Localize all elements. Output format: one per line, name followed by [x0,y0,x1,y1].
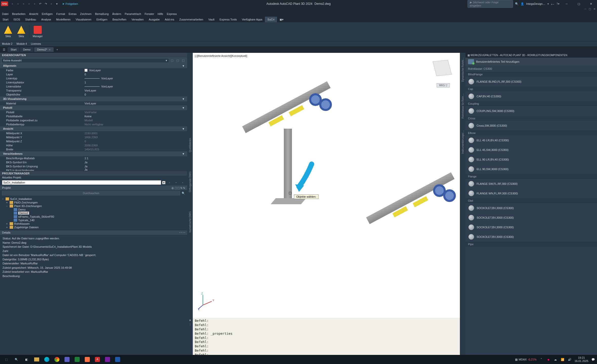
palette-item[interactable]: ELL 90,SW,3000 (CS300) [465,164,597,174]
help-search-input[interactable]: ▶Stichwort oder Frage eingeben [467,0,513,8]
menu-express[interactable]: Express [167,12,177,15]
tray-notifications-icon[interactable]: 💬 [591,357,595,362]
pm-toolbar-icon-1[interactable]: ▫ [167,180,172,185]
menu-bearbeiten[interactable]: Bearbeiten [12,12,26,15]
mdax-widget[interactable]: ▥ MDAX -0,21% [515,358,537,361]
selectobj-icon[interactable]: ⬚ [175,58,180,63]
palette-item[interactable]: SOCKOLET,BV,3000 (CS300) [465,232,597,242]
tab-express[interactable]: Express Tools [217,17,239,22]
tab-modellieren[interactable]: Modellieren [54,17,73,22]
palette-item[interactable]: SOCKOLET,BV,3000 (CS300) [465,203,597,213]
tree-demo[interactable]: Demo [2,208,185,211]
prop-linienstaerke[interactable]: VonLayer [84,85,187,88]
quickselect-icon[interactable]: ⬚ [169,58,175,63]
tree-demo2[interactable]: Demo2 [2,211,185,215]
maximize-button[interactable]: ▢ [574,0,584,7]
qat-saveas-icon[interactable]: ▫ [27,1,32,6]
tree-zugehoerige[interactable]: +Zugehörige Dateien [2,225,185,229]
ucs-icon[interactable]: Z Y X [198,292,216,310]
tray-onedrive-icon[interactable]: ☁ [553,357,558,362]
section-ansicht[interactable]: Ansicht▾ [0,126,187,131]
sikla-button-2[interactable]: Sikla [15,24,27,39]
details-toolbar[interactable]: ▫ ▫ ▫ ▫ [179,231,185,234]
task-chrome-icon[interactable] [52,356,62,363]
palette-item[interactable]: FLANGE SW,FL,RF,300 (CS300) [465,179,597,189]
tree-rohrklassen[interactable]: +Rohrklassen [2,222,185,225]
close-icon[interactable]: ✕ [49,48,51,51]
palette-item[interactable]: FLANGE WN,FL,RF,300 (CS300) [465,189,597,198]
hamburger-icon[interactable]: ☰ [1,47,7,52]
qat-redo-icon[interactable]: ↷ [43,1,48,6]
tab-zusammen[interactable]: Zusammenarbeiten [177,17,206,22]
prop-bks-ein[interactable]: Ja [84,161,187,164]
section-3d[interactable]: 3D-Visualisierung▾ [0,97,187,101]
palette-item[interactable]: ELL 45 LR,BV,40 (CS300) [465,135,597,145]
palette-item[interactable]: COUPLING,SW,3000 (CS300) [465,106,597,116]
prop-plotstiltabelle[interactable]: Keine [84,115,187,118]
pal-vtab-3[interactable]: Instrumentierungsr… [461,128,465,156]
share-button[interactable]: ➤ Freigeben [62,2,78,6]
palette-item[interactable]: Cross,SW,3000 (CS300) [465,121,597,130]
tab-start[interactable]: Start [0,17,11,22]
qat-open-icon[interactable]: ▫ [15,1,20,6]
prop-farbe[interactable]: VonLayer [84,69,187,72]
doc-close-icon[interactable]: ✕ [593,8,595,11]
cmd-handle-icon[interactable]: ⋮ [189,323,191,326]
section-plotstil[interactable]: Plotstil▾ [0,105,187,110]
tab-isos[interactable]: ISOS [11,17,23,22]
prop-massstab[interactable]: 1:1 [84,157,187,160]
tray-wifi-icon[interactable]: 📶 [560,357,565,362]
menu-einfuegen[interactable]: Einfügen [42,12,53,15]
selection-dropdown[interactable]: Keine Auswahl▾ [2,58,169,63]
task-autocad-icon[interactable]: A [93,356,102,363]
prop-bks-fenster[interactable]: Ja [84,169,187,170]
prop-bks-ursprung[interactable]: Ja [84,165,187,168]
section-verschiedenes[interactable]: Verschiedenes▾ [0,151,187,156]
qat-plot-icon[interactable]: ▫ [32,1,37,6]
task-explorer-icon[interactable] [32,356,41,363]
task-start-icon[interactable]: ⬚ [2,356,11,363]
palette-add-custom[interactable]: Benutzerdefiniertes Teil hinzufügen [465,58,597,66]
prop-transparenz[interactable]: VonLayer [84,89,187,92]
doc-tab-demo2[interactable]: Demo2* ✕ [34,47,54,52]
menu-format[interactable]: Format [56,12,65,15]
tree-plant3d[interactable]: −Plant 3D-Zeichnungen [2,204,185,208]
tab-apps[interactable]: Verfügbare Apps [239,17,265,22]
task-teams-icon[interactable] [62,356,72,363]
prop-material[interactable]: VonLayer [84,102,187,105]
qat-dropdown-icon[interactable]: ▾ [54,1,59,6]
cmd-close-icon[interactable]: ✕ [189,319,191,322]
tray-volume-icon[interactable]: 🔊 [567,357,572,362]
pal-vtab-1[interactable]: Dynamische Rohrkl… [461,55,465,84]
tab-einfuegen[interactable]: Einfügen [94,17,110,22]
task-app-icon[interactable] [82,356,92,363]
palette-item[interactable]: ELL 45,SW,3000 (CS300) [465,145,597,155]
prop-linientypfaktor[interactable]: 1 [84,81,187,84]
menu-datei[interactable]: Datei [2,12,9,15]
tree-pid[interactable]: +P&ID-Zeichnungen [2,201,185,204]
viewcube[interactable] [432,58,452,78]
sikla-button-1[interactable]: Sikla [2,24,14,39]
tab-sucri[interactable]: SuCri [265,17,277,22]
tree-typicals[interactable]: Typicals_140 [2,218,185,222]
palette-item[interactable]: SOCKOLET,BV,3000 (CS300) [465,222,597,232]
menu-zeichnen[interactable]: Zeichnen [80,12,91,15]
tray-chevron-icon[interactable]: ˄ [539,357,544,362]
cart-icon[interactable]: ▾ [547,2,549,6]
minimize-button[interactable]: ─ [562,0,572,7]
vtab-ortho[interactable]: Orthogonale DWG [188,169,192,194]
palette-item[interactable]: ELL 90 LR,BV,40 (CS300) [465,155,597,164]
tab-ausgabe[interactable]: Ausgabe [146,17,162,22]
palette-item[interactable]: SOCKOLET,BV,3000 (CS300) [465,213,597,222]
help-icon[interactable]: ?▾ [557,2,560,6]
tab-analyse[interactable]: Analyse [39,17,54,22]
task-excel-icon[interactable] [72,356,82,363]
doc-tab-start[interactable]: Start [8,47,19,52]
menu-parametrisch[interactable]: Parametrisch [125,12,141,15]
user-name[interactable]: IntegaDesign… [526,2,545,5]
manager-button[interactable]: Manager [32,24,44,39]
pm-toolbar-icon-3[interactable]: ▫ [180,180,185,185]
qat-print-icon[interactable]: ▫ [49,1,54,6]
task-word-icon[interactable] [113,356,122,363]
viewport[interactable]: [-][Benutzerdefinierte Ansicht][Konzeptu… [193,53,460,318]
